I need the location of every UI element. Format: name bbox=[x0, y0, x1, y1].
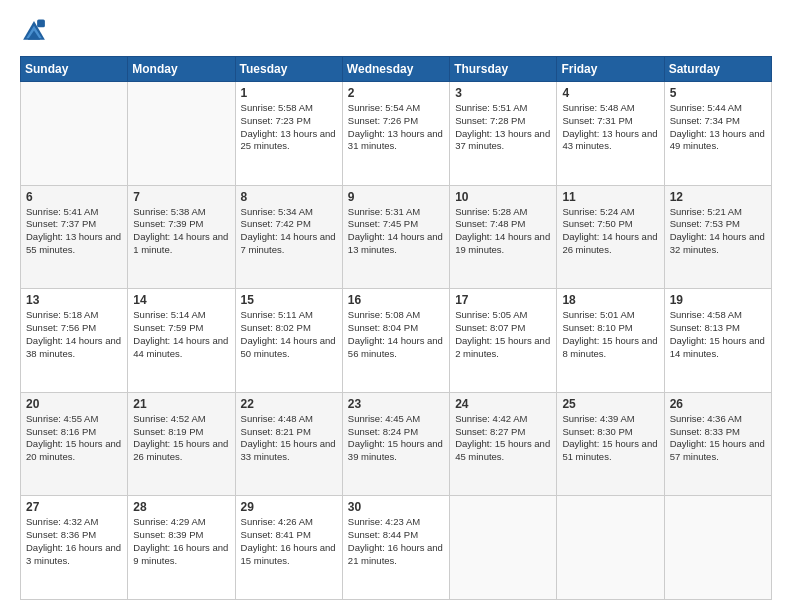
day-number: 16 bbox=[348, 293, 444, 307]
day-info: Sunrise: 5:24 AM Sunset: 7:50 PM Dayligh… bbox=[562, 206, 658, 257]
day-number: 20 bbox=[26, 397, 122, 411]
table-row bbox=[557, 496, 664, 600]
calendar-week-row: 13Sunrise: 5:18 AM Sunset: 7:56 PM Dayli… bbox=[21, 289, 772, 393]
day-number: 29 bbox=[241, 500, 337, 514]
table-row: 13Sunrise: 5:18 AM Sunset: 7:56 PM Dayli… bbox=[21, 289, 128, 393]
logo-icon bbox=[20, 18, 48, 46]
day-number: 28 bbox=[133, 500, 229, 514]
svg-rect-3 bbox=[37, 20, 45, 28]
day-info: Sunrise: 4:29 AM Sunset: 8:39 PM Dayligh… bbox=[133, 516, 229, 567]
day-number: 19 bbox=[670, 293, 766, 307]
table-row: 15Sunrise: 5:11 AM Sunset: 8:02 PM Dayli… bbox=[235, 289, 342, 393]
day-number: 21 bbox=[133, 397, 229, 411]
table-row: 1Sunrise: 5:58 AM Sunset: 7:23 PM Daylig… bbox=[235, 82, 342, 186]
table-row bbox=[128, 82, 235, 186]
day-info: Sunrise: 5:18 AM Sunset: 7:56 PM Dayligh… bbox=[26, 309, 122, 360]
day-number: 26 bbox=[670, 397, 766, 411]
day-info: Sunrise: 4:45 AM Sunset: 8:24 PM Dayligh… bbox=[348, 413, 444, 464]
day-info: Sunrise: 4:23 AM Sunset: 8:44 PM Dayligh… bbox=[348, 516, 444, 567]
day-number: 23 bbox=[348, 397, 444, 411]
table-row: 5Sunrise: 5:44 AM Sunset: 7:34 PM Daylig… bbox=[664, 82, 771, 186]
table-row: 27Sunrise: 4:32 AM Sunset: 8:36 PM Dayli… bbox=[21, 496, 128, 600]
day-info: Sunrise: 5:28 AM Sunset: 7:48 PM Dayligh… bbox=[455, 206, 551, 257]
calendar-week-row: 1Sunrise: 5:58 AM Sunset: 7:23 PM Daylig… bbox=[21, 82, 772, 186]
day-info: Sunrise: 5:48 AM Sunset: 7:31 PM Dayligh… bbox=[562, 102, 658, 153]
table-row bbox=[21, 82, 128, 186]
day-info: Sunrise: 5:08 AM Sunset: 8:04 PM Dayligh… bbox=[348, 309, 444, 360]
col-monday: Monday bbox=[128, 57, 235, 82]
header bbox=[20, 18, 772, 46]
day-number: 13 bbox=[26, 293, 122, 307]
calendar-week-row: 6Sunrise: 5:41 AM Sunset: 7:37 PM Daylig… bbox=[21, 185, 772, 289]
table-row: 10Sunrise: 5:28 AM Sunset: 7:48 PM Dayli… bbox=[450, 185, 557, 289]
table-row: 22Sunrise: 4:48 AM Sunset: 8:21 PM Dayli… bbox=[235, 392, 342, 496]
day-number: 24 bbox=[455, 397, 551, 411]
calendar-week-row: 27Sunrise: 4:32 AM Sunset: 8:36 PM Dayli… bbox=[21, 496, 772, 600]
table-row: 28Sunrise: 4:29 AM Sunset: 8:39 PM Dayli… bbox=[128, 496, 235, 600]
day-number: 14 bbox=[133, 293, 229, 307]
day-number: 27 bbox=[26, 500, 122, 514]
table-row: 20Sunrise: 4:55 AM Sunset: 8:16 PM Dayli… bbox=[21, 392, 128, 496]
day-info: Sunrise: 5:41 AM Sunset: 7:37 PM Dayligh… bbox=[26, 206, 122, 257]
col-wednesday: Wednesday bbox=[342, 57, 449, 82]
day-info: Sunrise: 5:31 AM Sunset: 7:45 PM Dayligh… bbox=[348, 206, 444, 257]
day-info: Sunrise: 5:58 AM Sunset: 7:23 PM Dayligh… bbox=[241, 102, 337, 153]
col-saturday: Saturday bbox=[664, 57, 771, 82]
table-row: 21Sunrise: 4:52 AM Sunset: 8:19 PM Dayli… bbox=[128, 392, 235, 496]
calendar-header-row: Sunday Monday Tuesday Wednesday Thursday… bbox=[21, 57, 772, 82]
table-row: 17Sunrise: 5:05 AM Sunset: 8:07 PM Dayli… bbox=[450, 289, 557, 393]
table-row bbox=[664, 496, 771, 600]
day-info: Sunrise: 4:36 AM Sunset: 8:33 PM Dayligh… bbox=[670, 413, 766, 464]
day-number: 12 bbox=[670, 190, 766, 204]
table-row: 8Sunrise: 5:34 AM Sunset: 7:42 PM Daylig… bbox=[235, 185, 342, 289]
table-row: 29Sunrise: 4:26 AM Sunset: 8:41 PM Dayli… bbox=[235, 496, 342, 600]
day-info: Sunrise: 5:51 AM Sunset: 7:28 PM Dayligh… bbox=[455, 102, 551, 153]
table-row: 12Sunrise: 5:21 AM Sunset: 7:53 PM Dayli… bbox=[664, 185, 771, 289]
table-row: 11Sunrise: 5:24 AM Sunset: 7:50 PM Dayli… bbox=[557, 185, 664, 289]
day-info: Sunrise: 5:05 AM Sunset: 8:07 PM Dayligh… bbox=[455, 309, 551, 360]
day-number: 5 bbox=[670, 86, 766, 100]
day-number: 11 bbox=[562, 190, 658, 204]
day-info: Sunrise: 4:39 AM Sunset: 8:30 PM Dayligh… bbox=[562, 413, 658, 464]
table-row: 4Sunrise: 5:48 AM Sunset: 7:31 PM Daylig… bbox=[557, 82, 664, 186]
day-number: 8 bbox=[241, 190, 337, 204]
col-sunday: Sunday bbox=[21, 57, 128, 82]
day-info: Sunrise: 5:14 AM Sunset: 7:59 PM Dayligh… bbox=[133, 309, 229, 360]
col-friday: Friday bbox=[557, 57, 664, 82]
day-info: Sunrise: 5:44 AM Sunset: 7:34 PM Dayligh… bbox=[670, 102, 766, 153]
day-number: 25 bbox=[562, 397, 658, 411]
day-number: 1 bbox=[241, 86, 337, 100]
day-number: 17 bbox=[455, 293, 551, 307]
day-info: Sunrise: 4:55 AM Sunset: 8:16 PM Dayligh… bbox=[26, 413, 122, 464]
day-info: Sunrise: 5:01 AM Sunset: 8:10 PM Dayligh… bbox=[562, 309, 658, 360]
day-number: 18 bbox=[562, 293, 658, 307]
table-row: 25Sunrise: 4:39 AM Sunset: 8:30 PM Dayli… bbox=[557, 392, 664, 496]
day-info: Sunrise: 4:48 AM Sunset: 8:21 PM Dayligh… bbox=[241, 413, 337, 464]
day-info: Sunrise: 4:58 AM Sunset: 8:13 PM Dayligh… bbox=[670, 309, 766, 360]
day-number: 7 bbox=[133, 190, 229, 204]
page: Sunday Monday Tuesday Wednesday Thursday… bbox=[0, 0, 792, 612]
col-tuesday: Tuesday bbox=[235, 57, 342, 82]
day-info: Sunrise: 5:21 AM Sunset: 7:53 PM Dayligh… bbox=[670, 206, 766, 257]
day-number: 9 bbox=[348, 190, 444, 204]
day-info: Sunrise: 4:52 AM Sunset: 8:19 PM Dayligh… bbox=[133, 413, 229, 464]
day-info: Sunrise: 4:32 AM Sunset: 8:36 PM Dayligh… bbox=[26, 516, 122, 567]
day-number: 10 bbox=[455, 190, 551, 204]
day-info: Sunrise: 5:11 AM Sunset: 8:02 PM Dayligh… bbox=[241, 309, 337, 360]
col-thursday: Thursday bbox=[450, 57, 557, 82]
calendar-table: Sunday Monday Tuesday Wednesday Thursday… bbox=[20, 56, 772, 600]
table-row: 3Sunrise: 5:51 AM Sunset: 7:28 PM Daylig… bbox=[450, 82, 557, 186]
table-row: 9Sunrise: 5:31 AM Sunset: 7:45 PM Daylig… bbox=[342, 185, 449, 289]
table-row: 14Sunrise: 5:14 AM Sunset: 7:59 PM Dayli… bbox=[128, 289, 235, 393]
day-number: 30 bbox=[348, 500, 444, 514]
day-number: 3 bbox=[455, 86, 551, 100]
day-info: Sunrise: 5:38 AM Sunset: 7:39 PM Dayligh… bbox=[133, 206, 229, 257]
day-info: Sunrise: 4:42 AM Sunset: 8:27 PM Dayligh… bbox=[455, 413, 551, 464]
table-row: 19Sunrise: 4:58 AM Sunset: 8:13 PM Dayli… bbox=[664, 289, 771, 393]
table-row bbox=[450, 496, 557, 600]
day-info: Sunrise: 5:54 AM Sunset: 7:26 PM Dayligh… bbox=[348, 102, 444, 153]
calendar-week-row: 20Sunrise: 4:55 AM Sunset: 8:16 PM Dayli… bbox=[21, 392, 772, 496]
table-row: 18Sunrise: 5:01 AM Sunset: 8:10 PM Dayli… bbox=[557, 289, 664, 393]
day-number: 2 bbox=[348, 86, 444, 100]
table-row: 16Sunrise: 5:08 AM Sunset: 8:04 PM Dayli… bbox=[342, 289, 449, 393]
